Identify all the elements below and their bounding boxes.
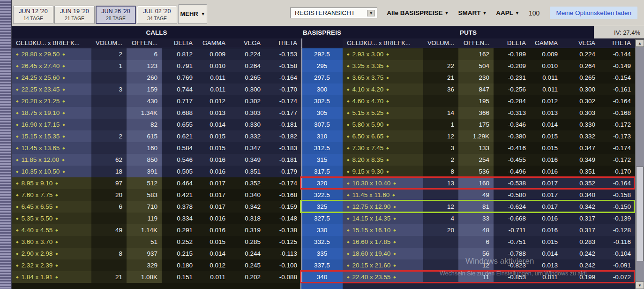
- call-bid-ask-cell[interactable]: ◆20.20 x 21.25◆: [12, 95, 91, 107]
- call-bid-ask-cell[interactable]: ◆7.60 x 7.75◆: [12, 189, 91, 201]
- call-column-header[interactable]: VOLUM...: [91, 38, 127, 48]
- price-diamond-icon: ◆: [393, 213, 396, 224]
- view-mode-select[interactable]: REGISTERANSICHT ▼: [290, 8, 377, 18]
- put-bid-ask-cell[interactable]: ◆5.15 x 5.25◆: [343, 107, 423, 119]
- strike-cell[interactable]: 307.5: [301, 119, 343, 130]
- strike-cell[interactable]: 330: [301, 224, 343, 236]
- expiry-tab-4[interactable]: JUL 02 '2034 TAGE: [137, 6, 177, 24]
- call-column-header[interactable]: GELDKU... x BRIEFK...: [12, 38, 91, 48]
- call-vega-cell: 0.264: [230, 60, 265, 72]
- strike-cell[interactable]: 292.5: [301, 48, 343, 60]
- call-bid-ask-cell[interactable]: ◆8.95 x 9.10◆: [12, 177, 91, 189]
- more-expiries-button[interactable]: MEHR ▼: [178, 4, 207, 24]
- call-bid-ask-cell[interactable]: ◆13.45 x 13.65◆: [12, 142, 91, 154]
- call-bid-ask-cell[interactable]: ◆1.84 x 1.91◆: [12, 271, 91, 283]
- put-bid-ask-cell[interactable]: ◆6.50 x 6.65◆: [343, 130, 423, 142]
- put-bid-ask-cell[interactable]: ◆16.60 x 17.85◆: [343, 236, 423, 248]
- strike-cell[interactable]: 305: [301, 107, 343, 119]
- scroll-up-button[interactable]: ▲: [636, 39, 644, 47]
- put-bid-ask-cell[interactable]: ◆2.93 x 3.00◆: [343, 48, 423, 60]
- exchange-menu[interactable]: SMART ▼: [458, 9, 487, 16]
- put-bid-ask-cell[interactable]: ◆8.20 x 8.35◆: [343, 154, 423, 166]
- call-bid-ask-cell[interactable]: ◆5.35 x 5.50◆: [12, 213, 91, 224]
- put-oi-cell: 11: [458, 271, 494, 283]
- put-bid-ask-cell[interactable]: ◆12.75 x 12.90◆: [343, 201, 423, 213]
- call-bid-ask-cell[interactable]: ◆22.25 x 23.45◆: [12, 84, 91, 95]
- strike-cell[interactable]: 335: [301, 248, 343, 259]
- put-column-header[interactable]: OFFEN...: [458, 38, 494, 48]
- scroll-down-button[interactable]: ▼: [636, 281, 644, 289]
- put-column-header[interactable]: GAMMA: [530, 38, 562, 48]
- strikes-filter-menu[interactable]: Alle BASISPREISE ▼: [387, 9, 449, 16]
- strike-cell[interactable]: 295: [301, 60, 343, 72]
- put-bid-ask-cell[interactable]: ◆10.30 x 10.40◆: [343, 177, 423, 189]
- put-bid-ask-cell[interactable]: ◆9.15 x 9.30◆: [343, 166, 423, 177]
- strike-cell[interactable]: 337.5: [301, 259, 343, 271]
- call-bid-ask-cell[interactable]: ◆24.25 x 25.60◆: [12, 72, 91, 84]
- call-bid-ask-cell[interactable]: ◆2.32 x 2.39◆: [12, 259, 91, 271]
- strike-cell[interactable]: 320: [301, 177, 343, 189]
- call-bid-ask-cell[interactable]: ◆15.15 x 15.35◆: [12, 130, 91, 142]
- call-bid-ask-cell[interactable]: ◆28.80 x 29.50◆: [12, 48, 91, 60]
- strike-cell[interactable]: 317.5: [301, 166, 343, 177]
- put-vega-cell: 0.352: [562, 177, 599, 189]
- put-bid-ask-cell[interactable]: ◆11.45 x 11.60◆: [343, 189, 423, 201]
- put-column-header[interactable]: VEGA: [562, 38, 599, 48]
- put-bid-ask-cell[interactable]: ◆7.30 x 7.45◆: [343, 142, 423, 154]
- strike-cell[interactable]: 325: [301, 201, 343, 213]
- strike-cell[interactable]: 312.5: [301, 142, 343, 154]
- call-bid-ask-cell[interactable]: ◆16.90 x 17.15◆: [12, 119, 91, 130]
- put-gamma-cell: 0.014: [530, 119, 562, 130]
- put-bid-ask-cell[interactable]: ◆14.15 x 14.35◆: [343, 213, 423, 224]
- call-column-header[interactable]: VEGA: [230, 38, 265, 48]
- strike-cell[interactable]: 340: [301, 271, 343, 283]
- call-bid-ask-cell[interactable]: ◆6.45 x 6.55◆: [12, 201, 91, 213]
- call-bid-ask-cell[interactable]: ◆4.40 x 4.55◆: [12, 224, 91, 236]
- call-bid-ask-cell[interactable]: ◆18.75 x 19.10◆: [12, 107, 91, 119]
- price-diamond-icon: ◆: [16, 48, 18, 60]
- put-bid-ask-cell[interactable]: ◆15.15 x 16.10◆: [343, 224, 423, 236]
- strike-cell[interactable]: 322.5: [301, 189, 343, 201]
- strike-cell[interactable]: 297.5: [301, 72, 343, 84]
- chevron-down-icon[interactable]: ▼: [367, 10, 375, 16]
- put-bid-ask-cell[interactable]: ◆4.10 x 4.20◆: [343, 84, 423, 95]
- call-bid-ask-cell[interactable]: ◆10.35 x 10.50◆: [12, 166, 91, 177]
- put-bid-ask-cell[interactable]: ◆18.60 x 19.40◆: [343, 248, 423, 259]
- call-column-header[interactable]: DELTA: [162, 38, 197, 48]
- put-column-header[interactable]: DELTA: [494, 38, 530, 48]
- symbol-menu[interactable]: AAPL ▼: [496, 9, 519, 16]
- put-bid-ask-cell[interactable]: ◆5.80 x 5.90◆: [343, 119, 423, 130]
- put-bid-ask-cell[interactable]: ◆4.60 x 4.70◆: [343, 95, 423, 107]
- expiry-tab-3[interactable]: JUN 26 '2028 TAGE: [96, 6, 136, 24]
- put-column-header[interactable]: VOLUM...: [423, 38, 458, 48]
- call-bid-ask-cell[interactable]: ◆26.45 x 27.40◆: [12, 60, 91, 72]
- call-column-header[interactable]: GAMMA: [197, 38, 230, 48]
- put-bid-ask-cell[interactable]: ◆3.65 x 3.75◆: [343, 72, 423, 84]
- strike-cell[interactable]: 302.5: [301, 95, 343, 107]
- expiry-tab-2[interactable]: JUN 19 '2021 TAGE: [54, 6, 95, 24]
- scrollbar-thumb[interactable]: [636, 167, 644, 261]
- expiry-tab-1[interactable]: JUN 12 '2014 TAGE: [13, 6, 53, 24]
- put-column-header[interactable]: GELDKU... x BRIEFK...: [343, 38, 423, 48]
- put-vol-cell: [423, 259, 458, 271]
- put-oi-cell: 230: [458, 72, 494, 84]
- strike-cell[interactable]: 300: [301, 84, 343, 95]
- strike-cell[interactable]: 332.5: [301, 236, 343, 248]
- call-bid-ask-cell[interactable]: ◆3.60 x 3.70◆: [12, 236, 91, 248]
- strike-cell[interactable]: 315: [301, 154, 343, 166]
- bid-ask-text: 11.45 x 11.60: [352, 189, 389, 201]
- put-column-header[interactable]: THETA: [599, 38, 635, 48]
- put-bid-ask-cell[interactable]: ◆3.25 x 3.35◆: [343, 60, 423, 72]
- strike-cell[interactable]: 310: [301, 130, 343, 142]
- call-bid-ask-cell[interactable]: ◆2.90 x 2.98◆: [12, 248, 91, 259]
- call-column-header[interactable]: THETA: [265, 38, 301, 48]
- put-bid-ask-cell[interactable]: ◆22.40 x 23.55◆: [343, 271, 423, 283]
- put-bid-ask-cell[interactable]: ◆20.15 x 21.60◆: [343, 259, 423, 271]
- load-option-chains-button[interactable]: Meine Optionsketten laden: [550, 7, 637, 19]
- call-oi-cell: 1.34K: [127, 107, 162, 119]
- put-gamma-cell: 0.013: [530, 107, 562, 119]
- call-column-header[interactable]: OFFEN...: [127, 38, 162, 48]
- strike-cell[interactable]: 327.5: [301, 213, 343, 224]
- vertical-scrollbar[interactable]: ▲ ▼: [635, 39, 644, 289]
- call-bid-ask-cell[interactable]: ◆11.85 x 12.00◆: [12, 154, 91, 166]
